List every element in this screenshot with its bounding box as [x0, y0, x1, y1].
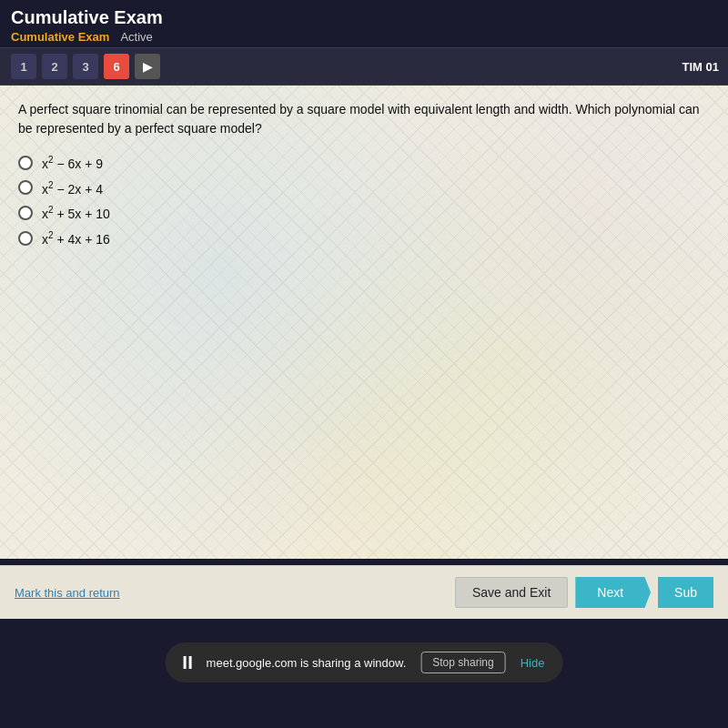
- main-content: A perfect square trinomial can be repres…: [0, 86, 728, 559]
- nav-question-6[interactable]: 6: [104, 54, 129, 79]
- pause-icon: [184, 656, 192, 669]
- page-title: Cumulative Exam: [11, 7, 717, 28]
- hide-button[interactable]: Hide: [521, 656, 545, 670]
- dark-bottom-strip: [0, 682, 728, 728]
- bottom-bar: Mark this and return Save and Exit Next …: [0, 565, 728, 619]
- radio-b[interactable]: [18, 180, 33, 195]
- option-d-text: x2 + 4x + 16: [42, 230, 110, 247]
- option-b[interactable]: x2 − 2x + 4: [18, 180, 710, 197]
- timer-area: TIM 01: [682, 60, 719, 74]
- next-button[interactable]: Next: [575, 577, 651, 608]
- exam-breadcrumb-link[interactable]: Cumulative Exam: [11, 30, 109, 44]
- radio-a[interactable]: [18, 156, 33, 170]
- question-text: A perfect square trinomial can be repres…: [18, 100, 701, 138]
- share-notification: meet.google.com is sharing a window. Sto…: [166, 642, 563, 682]
- option-c[interactable]: x2 + 5x + 10: [18, 205, 710, 221]
- save-exit-button[interactable]: Save and Exit: [455, 577, 568, 608]
- bottom-right-buttons: Save and Exit Next Sub: [455, 577, 713, 608]
- option-d[interactable]: x2 + 4x + 16: [18, 230, 710, 247]
- nav-arrow-btn[interactable]: ▶: [135, 54, 160, 79]
- header-subtitle: Cumulative Exam Active: [11, 30, 717, 44]
- option-a[interactable]: x2 − 6x + 9: [18, 155, 710, 171]
- pause-bar-1: [184, 656, 187, 669]
- nav-question-3[interactable]: 3: [73, 54, 98, 79]
- share-message: meet.google.com is sharing a window.: [207, 656, 407, 670]
- stop-sharing-button[interactable]: Stop sharing: [420, 652, 505, 673]
- radio-c[interactable]: [18, 206, 33, 220]
- timer-label: TIM: [682, 60, 703, 74]
- option-a-text: x2 − 6x + 9: [42, 155, 103, 171]
- nav-question-1[interactable]: 1: [11, 54, 36, 79]
- options-list: x2 − 6x + 9 x2 − 2x + 4 x2 + 5x + 10 x2 …: [18, 155, 710, 247]
- submit-button[interactable]: Sub: [658, 577, 713, 608]
- status-badge: Active: [120, 30, 152, 44]
- mark-return-link[interactable]: Mark this and return: [15, 586, 120, 600]
- radio-d[interactable]: [18, 231, 33, 246]
- timer-value: 01: [706, 60, 719, 74]
- header: Cumulative Exam Cumulative Exam Active: [0, 0, 728, 47]
- pause-bar-2: [189, 656, 192, 669]
- option-c-text: x2 + 5x + 10: [42, 205, 110, 221]
- option-b-text: x2 − 2x + 4: [42, 180, 103, 197]
- question-nav-bar: 1 2 3 6 ▶ TIM 01: [0, 47, 728, 86]
- nav-question-2[interactable]: 2: [42, 54, 67, 79]
